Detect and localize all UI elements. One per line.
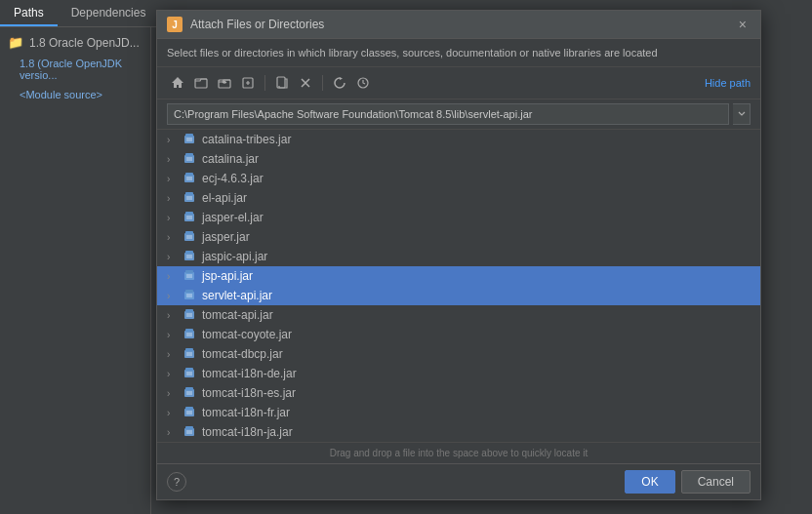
- list-item[interactable]: › ecj-4.6.3.jar: [157, 169, 760, 188]
- bookmark-btn[interactable]: [352, 72, 374, 94]
- list-item[interactable]: › tomcat-i18n-fr.jar: [157, 403, 760, 422]
- sidebar-label-1: 1.8 (Oracle OpenJDK versio...: [20, 58, 142, 81]
- hide-path-button[interactable]: Hide path: [705, 77, 751, 89]
- svg-rect-22: [185, 212, 193, 215]
- dialog-titlebar: J Attach Files or Directories ×: [157, 11, 760, 39]
- list-item[interactable]: › tomcat-dbcp.jar: [157, 344, 760, 364]
- svg-rect-3: [277, 77, 285, 88]
- new-folder-btn[interactable]: [190, 72, 212, 94]
- sidebar-label-2: <Module source>: [20, 89, 102, 100]
- file-name-label: tomcat-i18n-es.jar: [202, 386, 296, 400]
- svg-rect-26: [185, 231, 193, 234]
- svg-rect-5: [184, 136, 194, 143]
- list-item[interactable]: › jasper.jar: [157, 227, 760, 247]
- toolbar-sep-1: [264, 75, 265, 91]
- file-name-label: jaspic-api.jar: [202, 250, 267, 263]
- list-item[interactable]: › tomcat-i18n-de.jar: [157, 364, 760, 383]
- svg-rect-13: [184, 175, 194, 182]
- list-item[interactable]: › tomcat-i18n-ja.jar: [157, 422, 760, 442]
- expand-arrow-icon: ›: [167, 330, 177, 340]
- tab-paths[interactable]: Paths: [0, 0, 58, 26]
- expand-arrow-icon: ›: [167, 232, 177, 243]
- sidebar-item-1[interactable]: 1.8 (Oracle OpenJDK versio...: [0, 54, 150, 85]
- sidebar-label-0: 1.8 Oracle OpenJD...: [29, 36, 140, 50]
- svg-rect-61: [184, 409, 194, 416]
- sidebar-item-0[interactable]: 📁 1.8 Oracle OpenJD...: [0, 31, 150, 54]
- file-list[interactable]: › catalina-tribes.jar› catalina.jar› ecj…: [157, 130, 760, 442]
- list-item[interactable]: › tomcat-coyote.jar: [157, 325, 760, 344]
- svg-rect-34: [185, 270, 193, 273]
- file-name-label: servlet-api.jar: [202, 289, 272, 302]
- list-item[interactable]: › tomcat-i18n-es.jar: [157, 383, 760, 403]
- svg-rect-58: [185, 387, 193, 390]
- expand-arrow-icon: ›: [167, 271, 177, 282]
- folder-up-btn[interactable]: [214, 72, 235, 94]
- list-item[interactable]: › tomcat-api.jar: [157, 305, 760, 325]
- dialog-close-button[interactable]: ×: [735, 17, 751, 32]
- expand-arrow-icon: ›: [167, 427, 177, 438]
- file-name-label: tomcat-coyote.jar: [202, 328, 292, 341]
- expand-arrow-icon: ›: [167, 349, 177, 360]
- folder-icon-0: 📁: [8, 35, 23, 50]
- expand-arrow-icon: ›: [167, 213, 177, 223]
- jar-icon: [183, 269, 196, 283]
- svg-rect-50: [185, 348, 193, 351]
- svg-rect-9: [184, 155, 194, 163]
- svg-rect-33: [184, 272, 194, 280]
- jar-icon: [183, 386, 196, 400]
- new-btn[interactable]: [271, 72, 293, 94]
- path-dropdown-button[interactable]: [733, 103, 751, 125]
- svg-rect-38: [185, 290, 193, 293]
- svg-rect-30: [185, 251, 193, 254]
- tab-dependencies[interactable]: Dependencies: [58, 0, 160, 26]
- jar-icon: [183, 347, 196, 361]
- ok-button[interactable]: OK: [625, 470, 674, 494]
- list-item[interactable]: › catalina-tribes.jar: [157, 130, 760, 149]
- list-item[interactable]: › jsp-api.jar: [157, 266, 760, 286]
- toolbar-sep-2: [322, 75, 323, 91]
- jar-icon: [183, 328, 196, 341]
- file-name-label: tomcat-dbcp.jar: [202, 347, 283, 361]
- svg-rect-25: [184, 233, 194, 241]
- expand-arrow-icon: ›: [167, 252, 177, 262]
- file-name-label: catalina.jar: [202, 152, 259, 166]
- root-btn[interactable]: [237, 72, 259, 94]
- expand-arrow-icon: ›: [167, 310, 177, 321]
- list-item[interactable]: › jaspic-api.jar: [157, 247, 760, 266]
- list-item[interactable]: › jasper-el.jar: [157, 208, 760, 227]
- file-name-label: catalina-tribes.jar: [202, 133, 291, 146]
- cancel-button[interactable]: Cancel: [681, 470, 751, 494]
- file-name-label: jasper-el.jar: [202, 211, 264, 224]
- svg-rect-0: [195, 79, 207, 88]
- help-button[interactable]: ?: [167, 472, 186, 492]
- path-bar: [157, 99, 760, 130]
- file-name-label: tomcat-api.jar: [202, 308, 273, 322]
- list-item[interactable]: › el-api.jar: [157, 188, 760, 208]
- expand-arrow-icon: ›: [167, 193, 177, 204]
- ide-sidebar: 📁 1.8 Oracle OpenJD... 1.8 (Oracle OpenJ…: [0, 27, 151, 514]
- svg-rect-49: [184, 350, 194, 358]
- jar-icon: [183, 425, 196, 439]
- dialog-footer: ? OK Cancel: [157, 463, 760, 499]
- path-input[interactable]: [167, 103, 729, 125]
- delete-btn[interactable]: [295, 72, 316, 94]
- svg-rect-14: [185, 173, 193, 176]
- file-name-label: el-api.jar: [202, 191, 247, 205]
- list-item[interactable]: › catalina.jar: [157, 149, 760, 169]
- refresh-btn[interactable]: [329, 72, 350, 94]
- svg-rect-53: [184, 370, 194, 377]
- home-btn[interactable]: [167, 72, 188, 94]
- svg-rect-37: [184, 292, 194, 299]
- expand-arrow-icon: ›: [167, 369, 177, 379]
- jar-icon: [183, 152, 196, 166]
- dialog-toolbar: Hide path: [157, 67, 760, 99]
- attach-files-dialog: J Attach Files or Directories × Select f…: [156, 10, 761, 500]
- svg-rect-21: [184, 214, 194, 221]
- list-item[interactable]: › servlet-api.jar: [157, 286, 760, 305]
- expand-arrow-icon: ›: [167, 154, 177, 165]
- file-name-label: jasper.jar: [202, 230, 250, 244]
- svg-rect-65: [184, 428, 194, 436]
- sidebar-item-2[interactable]: <Module source>: [0, 85, 150, 104]
- svg-rect-62: [185, 407, 193, 410]
- svg-rect-6: [185, 134, 193, 137]
